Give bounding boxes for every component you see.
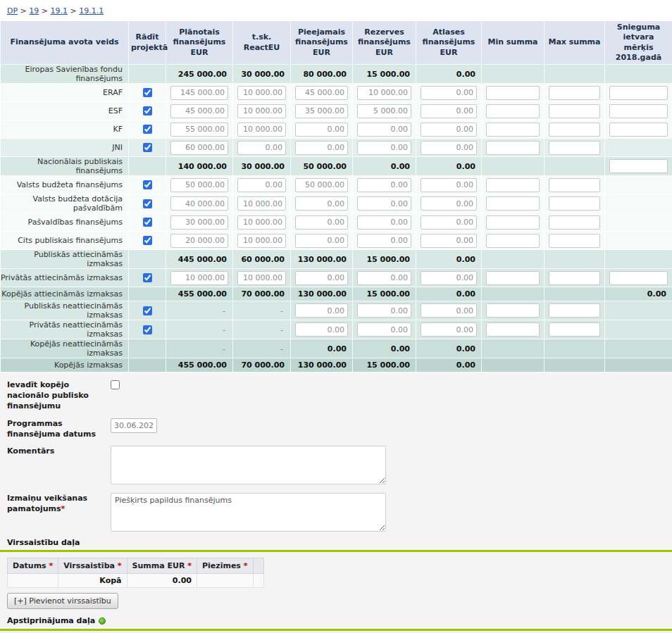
breadcrumb-link[interactable]: 19.1.1 bbox=[79, 6, 104, 15]
amount-input[interactable] bbox=[237, 104, 286, 118]
show-in-project-checkbox[interactable] bbox=[143, 143, 152, 152]
amount-input[interactable] bbox=[170, 141, 228, 155]
empty-cell bbox=[605, 250, 672, 269]
amount-input[interactable] bbox=[421, 215, 477, 230]
amount-input[interactable] bbox=[170, 178, 228, 192]
amount-input[interactable] bbox=[609, 159, 668, 173]
amount-input[interactable] bbox=[295, 196, 348, 211]
amount-input[interactable] bbox=[549, 271, 600, 285]
amount-input[interactable] bbox=[549, 215, 600, 230]
breadcrumb-link[interactable]: 19.1 bbox=[51, 6, 68, 15]
amount-input[interactable] bbox=[237, 215, 286, 230]
amount-input[interactable] bbox=[295, 141, 348, 155]
reason-textarea[interactable]: Piešķirts papildus finansējums bbox=[111, 493, 386, 532]
amount-input[interactable] bbox=[237, 196, 286, 211]
amount-input[interactable] bbox=[549, 234, 600, 248]
amount-input[interactable] bbox=[295, 123, 348, 137]
amount-input[interactable] bbox=[295, 303, 348, 318]
amount-input[interactable] bbox=[486, 215, 540, 230]
show-in-project-checkbox[interactable] bbox=[143, 125, 152, 134]
amount-input[interactable] bbox=[295, 271, 348, 285]
amount-input[interactable] bbox=[170, 215, 228, 230]
amount-input[interactable] bbox=[357, 141, 411, 155]
show-in-project-checkbox[interactable] bbox=[143, 218, 152, 227]
amount-input[interactable] bbox=[170, 196, 228, 211]
amount-input[interactable] bbox=[421, 123, 477, 137]
add-virssaistiba-button[interactable]: [+] Pievienot virssaistību bbox=[7, 593, 118, 609]
amount-input[interactable] bbox=[357, 234, 411, 248]
amount-input[interactable] bbox=[357, 322, 411, 337]
amount-input[interactable] bbox=[421, 322, 477, 337]
national-total-checkbox[interactable] bbox=[111, 380, 120, 389]
amount-input[interactable] bbox=[421, 234, 477, 248]
amount-input[interactable] bbox=[486, 104, 540, 118]
show-in-project-checkbox[interactable] bbox=[143, 180, 152, 189]
amount-input[interactable] bbox=[549, 123, 600, 137]
amount-input[interactable] bbox=[549, 178, 600, 192]
amount-input[interactable] bbox=[237, 234, 286, 248]
amount-input[interactable] bbox=[357, 123, 411, 137]
amount-input[interactable] bbox=[549, 104, 600, 118]
amount-input[interactable] bbox=[421, 271, 477, 285]
amount-input[interactable] bbox=[609, 104, 668, 118]
amount-input[interactable] bbox=[237, 178, 286, 192]
amount-input[interactable] bbox=[357, 303, 411, 318]
amount-input[interactable] bbox=[549, 303, 600, 318]
amount-input[interactable] bbox=[357, 271, 411, 285]
amount-input[interactable] bbox=[486, 141, 540, 155]
amount-input[interactable] bbox=[549, 322, 600, 337]
amount-input[interactable] bbox=[237, 141, 286, 155]
amount-input[interactable] bbox=[295, 86, 348, 100]
amount-input[interactable] bbox=[170, 86, 228, 100]
show-in-project-checkbox[interactable] bbox=[143, 273, 152, 282]
amount-input[interactable] bbox=[549, 196, 600, 211]
amount-input[interactable] bbox=[170, 234, 228, 248]
amount-input[interactable] bbox=[357, 215, 411, 230]
amount-input[interactable] bbox=[237, 86, 286, 100]
amount-value: 15 000.00 bbox=[353, 361, 416, 370]
amount-input[interactable] bbox=[357, 86, 411, 100]
show-in-project-checkbox[interactable] bbox=[143, 325, 152, 334]
breadcrumb-link[interactable]: 19 bbox=[29, 6, 39, 15]
show-in-project-checkbox[interactable] bbox=[143, 236, 152, 245]
show-in-project-checkbox[interactable] bbox=[143, 88, 152, 97]
amount-input[interactable] bbox=[421, 141, 477, 155]
amount-input[interactable] bbox=[295, 234, 348, 248]
show-in-project-checkbox[interactable] bbox=[143, 199, 152, 208]
amount-input[interactable] bbox=[295, 178, 348, 192]
amount-input[interactable] bbox=[486, 178, 540, 192]
amount-input[interactable] bbox=[421, 104, 477, 118]
amount-input[interactable] bbox=[170, 104, 228, 118]
amount-input[interactable] bbox=[170, 123, 228, 137]
amount-input[interactable] bbox=[357, 178, 411, 192]
show-in-project-checkbox[interactable] bbox=[143, 306, 152, 315]
amount-input[interactable] bbox=[421, 86, 477, 100]
amount-input[interactable] bbox=[421, 178, 477, 192]
amount-input[interactable] bbox=[609, 271, 668, 285]
program-date-input[interactable] bbox=[111, 418, 157, 433]
amount-input[interactable] bbox=[421, 303, 477, 318]
comment-textarea[interactable] bbox=[111, 446, 386, 484]
amount-input[interactable] bbox=[421, 196, 477, 211]
amount-input[interactable] bbox=[549, 86, 600, 100]
amount-input[interactable] bbox=[486, 271, 540, 285]
show-in-project-checkbox[interactable] bbox=[143, 106, 152, 115]
amount-input[interactable] bbox=[357, 196, 411, 211]
amount-input[interactable] bbox=[237, 271, 286, 285]
amount-input[interactable] bbox=[486, 322, 540, 337]
amount-input[interactable] bbox=[295, 215, 348, 230]
amount-input[interactable] bbox=[357, 104, 411, 118]
amount-input[interactable] bbox=[549, 141, 600, 155]
amount-input[interactable] bbox=[170, 271, 228, 285]
amount-input[interactable] bbox=[237, 123, 286, 137]
amount-input[interactable] bbox=[486, 196, 540, 211]
amount-input[interactable] bbox=[609, 86, 668, 100]
amount-input[interactable] bbox=[486, 234, 540, 248]
amount-input[interactable] bbox=[609, 123, 668, 137]
amount-input[interactable] bbox=[295, 322, 348, 337]
amount-input[interactable] bbox=[295, 104, 348, 118]
amount-input[interactable] bbox=[486, 86, 540, 100]
breadcrumb-link[interactable]: DP bbox=[7, 6, 18, 15]
amount-input[interactable] bbox=[486, 303, 540, 318]
amount-input[interactable] bbox=[486, 123, 540, 137]
